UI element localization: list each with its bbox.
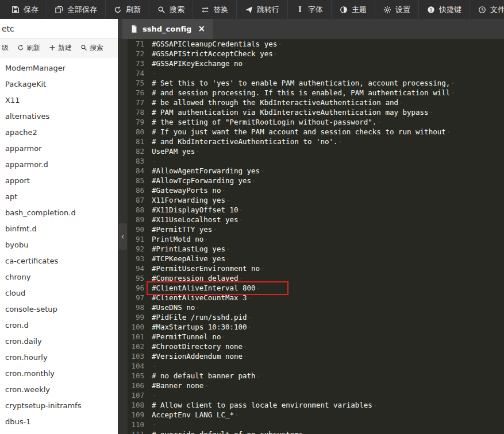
- code-line[interactable]: 76# and session processing. If this is e…: [128, 88, 504, 98]
- code-line[interactable]: 79# the setting of "PermitRootLogin with…: [128, 117, 504, 127]
- code-line[interactable]: 72#GSSAPIStrictAcceptCheck yes·: [128, 49, 504, 59]
- refresh-tree-button[interactable]: 刷新: [17, 43, 40, 53]
- line-number: 106: [128, 381, 152, 390]
- line-number: 96: [128, 283, 152, 293]
- folder-item-console-setup[interactable]: console-setup: [0, 301, 118, 317]
- tab-close-icon[interactable]: ×: [198, 25, 205, 33]
- code-line[interactable]: 75# Set this to 'yes' to enable PAM auth…: [128, 78, 504, 88]
- code-line[interactable]: 83·: [128, 156, 504, 166]
- folder-item-alternatives[interactable]: alternatives: [0, 108, 118, 125]
- code-text: #PermitTunnel no: [152, 332, 221, 342]
- replace-button[interactable]: 替换: [193, 0, 237, 19]
- folder-item-apparmor[interactable]: apparmor: [0, 141, 118, 157]
- folder-item-cron.d[interactable]: cron.d: [0, 317, 118, 334]
- code-line[interactable]: 95#Compression delayed·: [128, 273, 504, 283]
- code-line[interactable]: 86#GatewayPorts no·: [128, 185, 504, 195]
- search-icon: [80, 44, 87, 51]
- folder-item-packagekit[interactable]: PackageKit: [0, 76, 118, 92]
- code-text: #VersionAddendum none: [152, 351, 243, 361]
- code-line[interactable]: 77# be allowed through the KbdInteractiv…: [128, 98, 504, 107]
- code-line[interactable]: 85#AllowTcpForwarding yes·: [128, 176, 504, 185]
- theme-button[interactable]: 主题: [332, 0, 375, 19]
- gear-icon: [383, 6, 391, 14]
- code-line[interactable]: 111# override default of no subsystems·: [128, 429, 504, 434]
- code-line[interactable]: 109AcceptEnv LANG LC_*·: [128, 410, 504, 420]
- code-line[interactable]: 97#ClientAliveCountMax 3·: [128, 293, 504, 303]
- code-line[interactable]: 103#VersionAddendum none·: [128, 351, 504, 361]
- folder-item-apt[interactable]: apt: [0, 189, 118, 205]
- folder-item-apache2[interactable]: apache2: [0, 125, 118, 141]
- new-file-button[interactable]: 新建: [49, 43, 72, 53]
- code-line[interactable]: 102#ChrootDirectory none·: [128, 342, 504, 351]
- folder-item-chrony[interactable]: chrony: [0, 269, 118, 285]
- code-line[interactable]: 96#ClientAliveInterval 800·: [128, 283, 504, 293]
- code-line[interactable]: 98#UseDNS no·: [128, 303, 504, 312]
- code-line[interactable]: 107·: [128, 390, 504, 400]
- line-number: 81: [128, 137, 152, 146]
- line-number: 74: [128, 68, 152, 78]
- folder-item-binfmt.d[interactable]: binfmt.d: [0, 221, 118, 237]
- code-line[interactable]: 74·: [128, 68, 504, 78]
- code-line[interactable]: 73#GSSAPIKeyExchange no·: [128, 59, 504, 68]
- folder-item-cryptsetup-initramfs[interactable]: cryptsetup-initramfs: [0, 398, 118, 414]
- folder-item-cron.daily[interactable]: cron.daily: [0, 334, 118, 350]
- code-line[interactable]: 93#TCPKeepAlive yes·: [128, 254, 504, 264]
- line-number: 105: [128, 371, 152, 381]
- folder-item-dbus-1[interactable]: dbus-1: [0, 414, 118, 430]
- folder-item-cron.hourly[interactable]: cron.hourly: [0, 350, 118, 366]
- file-history-button[interactable]: 文件: [470, 0, 504, 19]
- folder-item-bash_completion.d[interactable]: bash_completion.d: [0, 205, 118, 221]
- folder-item-byobu[interactable]: byobu: [0, 237, 118, 253]
- tab-sshd-config[interactable]: sshd_config ×: [122, 19, 213, 39]
- folder-item-ca-certificates[interactable]: ca-certificates: [0, 253, 118, 269]
- code-line[interactable]: 101#PermitTunnel no·: [128, 332, 504, 342]
- code-line[interactable]: 88#X11DisplayOffset 10·: [128, 205, 504, 215]
- parent-dir-button[interactable]: 级: [2, 43, 9, 53]
- folder-item-x11[interactable]: X11: [0, 92, 118, 108]
- code-line[interactable]: 105# no default banner path·: [128, 371, 504, 381]
- code-line[interactable]: 99#PidFile /run/sshd.pid·: [128, 312, 504, 322]
- toolbar-label: 刷新: [126, 5, 141, 15]
- code-line[interactable]: 94#PermitUserEnvironment no·: [128, 264, 504, 273]
- search-button[interactable]: 搜索: [149, 0, 193, 19]
- folder-item-cron.weekly[interactable]: cron.weekly: [0, 382, 118, 398]
- eol-marker: ·: [152, 390, 157, 400]
- toolbar-label: 搜索: [170, 5, 184, 15]
- code-line[interactable]: 90#PermitTTY yes·: [128, 224, 504, 234]
- folder-item-apport[interactable]: apport: [0, 173, 118, 189]
- code-line[interactable]: 91PrintMotd no·: [128, 234, 504, 244]
- refresh-button[interactable]: 刷新: [106, 0, 149, 19]
- folder-item-cron.monthly[interactable]: cron.monthly: [0, 366, 118, 382]
- font-button[interactable]: I字体: [288, 0, 332, 19]
- eol-marker: ·: [152, 361, 157, 371]
- save-button[interactable]: 保存: [3, 0, 47, 19]
- code-line[interactable]: 81# and KbdInteractiveAuthentication to …: [128, 137, 504, 146]
- code-line[interactable]: 108# Allow client to pass locale environ…: [128, 400, 504, 410]
- save-all-button[interactable]: 全部保存: [47, 0, 106, 19]
- code-line[interactable]: 104·: [128, 361, 504, 371]
- line-number: 88: [128, 205, 152, 215]
- line-number: 82: [128, 146, 152, 156]
- code-line[interactable]: 106#Banner none·: [128, 381, 504, 390]
- goto-line-button[interactable]: 跳转行: [237, 0, 288, 19]
- settings-button[interactable]: 设置: [375, 0, 419, 19]
- folder-item-apparmor.d[interactable]: apparmor.d: [0, 157, 118, 173]
- collapse-sidebar-handle[interactable]: ‹: [118, 223, 127, 250]
- folder-item-cloud[interactable]: cloud: [0, 285, 118, 301]
- code-line[interactable]: 84#AllowAgentForwarding yes·: [128, 166, 504, 176]
- code-line[interactable]: 89#X11UseLocalhost yes·: [128, 215, 504, 224]
- code-line[interactable]: 100#MaxStartups 10:30:100·: [128, 322, 504, 332]
- eol-marker: ·: [429, 107, 434, 117]
- folder-list: ModemManagerPackageKitX11alternativesapa…: [0, 57, 118, 434]
- code-line[interactable]: 92#PrintLastLog yes·: [128, 244, 504, 254]
- search-tree-button[interactable]: 搜索: [80, 43, 103, 53]
- code-line[interactable]: 82UsePAM yes·: [128, 146, 504, 156]
- code-line[interactable]: 78# PAM authentication via KbdInteractiv…: [128, 107, 504, 117]
- folder-item-modemmanager[interactable]: ModemManager: [0, 60, 118, 76]
- code-line[interactable]: 80# If you just want the PAM account and…: [128, 127, 504, 137]
- code-line[interactable]: 71#GSSAPICleanupCredentials yes·: [128, 39, 504, 49]
- shortcuts-button[interactable]: 1快捷键: [419, 0, 470, 19]
- code-line[interactable]: 87X11Forwarding yes·: [128, 195, 504, 205]
- shortcut-icon: 1: [427, 6, 435, 14]
- code-line[interactable]: 110·: [128, 420, 504, 429]
